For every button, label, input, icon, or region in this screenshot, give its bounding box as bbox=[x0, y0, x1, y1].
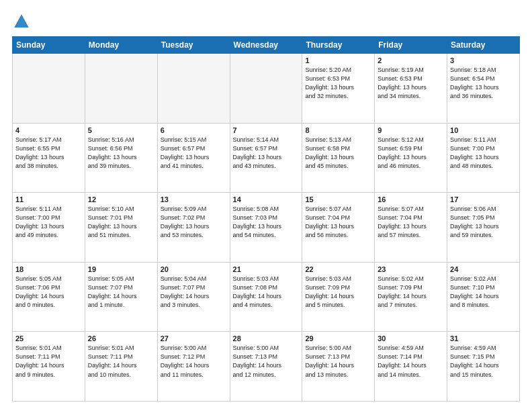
week-row-2: 4Sunrise: 5:17 AMSunset: 6:55 PMDaylight… bbox=[13, 123, 520, 193]
day-info: Sunrise: 5:08 AMSunset: 7:03 PMDaylight:… bbox=[233, 205, 300, 240]
day-cell: 19Sunrise: 5:05 AMSunset: 7:07 PMDayligh… bbox=[85, 262, 157, 332]
day-cell: 20Sunrise: 5:04 AMSunset: 7:07 PMDayligh… bbox=[157, 262, 230, 332]
day-info: Sunrise: 5:05 AMSunset: 7:06 PMDaylight:… bbox=[15, 275, 82, 310]
week-row-4: 18Sunrise: 5:05 AMSunset: 7:06 PMDayligh… bbox=[13, 262, 520, 332]
day-info: Sunrise: 5:09 AMSunset: 7:02 PMDaylight:… bbox=[161, 205, 227, 240]
day-info: Sunrise: 5:03 AMSunset: 7:08 PMDaylight:… bbox=[233, 275, 300, 310]
day-number: 8 bbox=[305, 126, 371, 134]
day-number: 1 bbox=[305, 56, 371, 64]
day-number: 19 bbox=[88, 265, 154, 273]
day-cell: 9Sunrise: 5:12 AMSunset: 6:59 PMDaylight… bbox=[375, 123, 447, 193]
calendar-header-row: SundayMondayTuesdayWednesdayThursdayFrid… bbox=[13, 37, 520, 54]
logo bbox=[12, 12, 34, 31]
day-number: 25 bbox=[15, 334, 82, 342]
day-info: Sunrise: 5:00 AMSunset: 7:13 PMDaylight:… bbox=[233, 344, 300, 379]
day-info: Sunrise: 5:00 AMSunset: 7:12 PMDaylight:… bbox=[161, 344, 227, 379]
logo-icon bbox=[12, 12, 31, 31]
col-header-thursday: Thursday bbox=[302, 37, 375, 54]
day-number: 5 bbox=[88, 126, 154, 134]
day-number: 20 bbox=[161, 265, 227, 273]
day-number: 4 bbox=[15, 126, 82, 134]
day-cell: 31Sunrise: 4:59 AMSunset: 7:15 PMDayligh… bbox=[447, 332, 520, 402]
day-number: 3 bbox=[450, 56, 517, 64]
week-row-1: 1Sunrise: 5:20 AMSunset: 6:53 PMDaylight… bbox=[13, 54, 520, 124]
page: SundayMondayTuesdayWednesdayThursdayFrid… bbox=[0, 0, 532, 411]
day-number: 12 bbox=[88, 195, 154, 203]
day-cell: 16Sunrise: 5:07 AMSunset: 7:04 PMDayligh… bbox=[375, 193, 447, 263]
day-info: Sunrise: 5:12 AMSunset: 6:59 PMDaylight:… bbox=[378, 136, 444, 171]
day-cell: 23Sunrise: 5:02 AMSunset: 7:09 PMDayligh… bbox=[375, 262, 447, 332]
header bbox=[12, 12, 520, 31]
day-number: 9 bbox=[378, 126, 444, 134]
day-number: 28 bbox=[233, 334, 300, 342]
day-info: Sunrise: 5:05 AMSunset: 7:07 PMDaylight:… bbox=[88, 275, 154, 310]
day-number: 31 bbox=[450, 334, 517, 342]
day-info: Sunrise: 5:10 AMSunset: 7:01 PMDaylight:… bbox=[88, 205, 154, 240]
day-number: 11 bbox=[15, 195, 82, 203]
col-header-wednesday: Wednesday bbox=[230, 37, 302, 54]
day-info: Sunrise: 5:02 AMSunset: 7:09 PMDaylight:… bbox=[378, 275, 444, 310]
day-info: Sunrise: 4:59 AMSunset: 7:14 PMDaylight:… bbox=[378, 344, 444, 379]
day-cell: 17Sunrise: 5:06 AMSunset: 7:05 PMDayligh… bbox=[447, 193, 520, 263]
day-cell: 21Sunrise: 5:03 AMSunset: 7:08 PMDayligh… bbox=[230, 262, 302, 332]
day-cell: 8Sunrise: 5:13 AMSunset: 6:58 PMDaylight… bbox=[302, 123, 375, 193]
day-number: 16 bbox=[378, 195, 444, 203]
day-info: Sunrise: 5:02 AMSunset: 7:10 PMDaylight:… bbox=[450, 275, 517, 310]
col-header-friday: Friday bbox=[375, 37, 447, 54]
day-number: 10 bbox=[450, 126, 517, 134]
day-cell bbox=[13, 54, 85, 124]
day-info: Sunrise: 5:17 AMSunset: 6:55 PMDaylight:… bbox=[15, 136, 82, 171]
day-cell: 13Sunrise: 5:09 AMSunset: 7:02 PMDayligh… bbox=[157, 193, 230, 263]
day-number: 7 bbox=[233, 126, 300, 134]
col-header-saturday: Saturday bbox=[447, 37, 520, 54]
day-cell: 10Sunrise: 5:11 AMSunset: 7:00 PMDayligh… bbox=[447, 123, 520, 193]
day-info: Sunrise: 5:16 AMSunset: 6:56 PMDaylight:… bbox=[88, 136, 154, 171]
day-info: Sunrise: 5:18 AMSunset: 6:54 PMDaylight:… bbox=[450, 66, 517, 101]
day-cell: 27Sunrise: 5:00 AMSunset: 7:12 PMDayligh… bbox=[157, 332, 230, 402]
day-info: Sunrise: 5:11 AMSunset: 7:00 PMDaylight:… bbox=[15, 205, 82, 240]
day-cell bbox=[85, 54, 157, 124]
day-info: Sunrise: 5:14 AMSunset: 6:57 PMDaylight:… bbox=[233, 136, 300, 171]
day-cell: 5Sunrise: 5:16 AMSunset: 6:56 PMDaylight… bbox=[85, 123, 157, 193]
day-cell: 22Sunrise: 5:03 AMSunset: 7:09 PMDayligh… bbox=[302, 262, 375, 332]
week-row-5: 25Sunrise: 5:01 AMSunset: 7:11 PMDayligh… bbox=[13, 332, 520, 402]
day-cell: 4Sunrise: 5:17 AMSunset: 6:55 PMDaylight… bbox=[13, 123, 85, 193]
day-info: Sunrise: 5:04 AMSunset: 7:07 PMDaylight:… bbox=[161, 275, 227, 310]
day-info: Sunrise: 5:19 AMSunset: 6:53 PMDaylight:… bbox=[378, 66, 444, 101]
col-header-sunday: Sunday bbox=[13, 37, 85, 54]
day-info: Sunrise: 4:59 AMSunset: 7:15 PMDaylight:… bbox=[450, 344, 517, 379]
day-info: Sunrise: 5:20 AMSunset: 6:53 PMDaylight:… bbox=[305, 66, 371, 101]
day-number: 29 bbox=[305, 334, 371, 342]
col-header-tuesday: Tuesday bbox=[157, 37, 230, 54]
day-info: Sunrise: 5:00 AMSunset: 7:13 PMDaylight:… bbox=[305, 344, 371, 379]
day-number: 2 bbox=[378, 56, 444, 64]
day-cell: 28Sunrise: 5:00 AMSunset: 7:13 PMDayligh… bbox=[230, 332, 302, 402]
day-cell: 2Sunrise: 5:19 AMSunset: 6:53 PMDaylight… bbox=[375, 54, 447, 124]
day-number: 17 bbox=[450, 195, 517, 203]
day-cell: 18Sunrise: 5:05 AMSunset: 7:06 PMDayligh… bbox=[13, 262, 85, 332]
day-cell bbox=[230, 54, 302, 124]
day-cell bbox=[157, 54, 230, 124]
col-header-monday: Monday bbox=[85, 37, 157, 54]
day-cell: 26Sunrise: 5:01 AMSunset: 7:11 PMDayligh… bbox=[85, 332, 157, 402]
day-number: 13 bbox=[161, 195, 227, 203]
day-number: 18 bbox=[15, 265, 82, 273]
day-number: 26 bbox=[88, 334, 154, 342]
day-cell: 7Sunrise: 5:14 AMSunset: 6:57 PMDaylight… bbox=[230, 123, 302, 193]
week-row-3: 11Sunrise: 5:11 AMSunset: 7:00 PMDayligh… bbox=[13, 193, 520, 263]
day-info: Sunrise: 5:06 AMSunset: 7:05 PMDaylight:… bbox=[450, 205, 517, 240]
day-cell: 1Sunrise: 5:20 AMSunset: 6:53 PMDaylight… bbox=[302, 54, 375, 124]
day-cell: 29Sunrise: 5:00 AMSunset: 7:13 PMDayligh… bbox=[302, 332, 375, 402]
day-info: Sunrise: 5:13 AMSunset: 6:58 PMDaylight:… bbox=[305, 136, 371, 171]
day-cell: 24Sunrise: 5:02 AMSunset: 7:10 PMDayligh… bbox=[447, 262, 520, 332]
day-cell: 30Sunrise: 4:59 AMSunset: 7:14 PMDayligh… bbox=[375, 332, 447, 402]
day-info: Sunrise: 5:01 AMSunset: 7:11 PMDaylight:… bbox=[88, 344, 154, 379]
day-number: 30 bbox=[378, 334, 444, 342]
day-info: Sunrise: 5:15 AMSunset: 6:57 PMDaylight:… bbox=[161, 136, 227, 171]
day-info: Sunrise: 5:01 AMSunset: 7:11 PMDaylight:… bbox=[15, 344, 82, 379]
day-info: Sunrise: 5:11 AMSunset: 7:00 PMDaylight:… bbox=[450, 136, 517, 171]
day-cell: 25Sunrise: 5:01 AMSunset: 7:11 PMDayligh… bbox=[13, 332, 85, 402]
day-cell: 11Sunrise: 5:11 AMSunset: 7:00 PMDayligh… bbox=[13, 193, 85, 263]
day-cell: 14Sunrise: 5:08 AMSunset: 7:03 PMDayligh… bbox=[230, 193, 302, 263]
day-info: Sunrise: 5:03 AMSunset: 7:09 PMDaylight:… bbox=[305, 275, 371, 310]
